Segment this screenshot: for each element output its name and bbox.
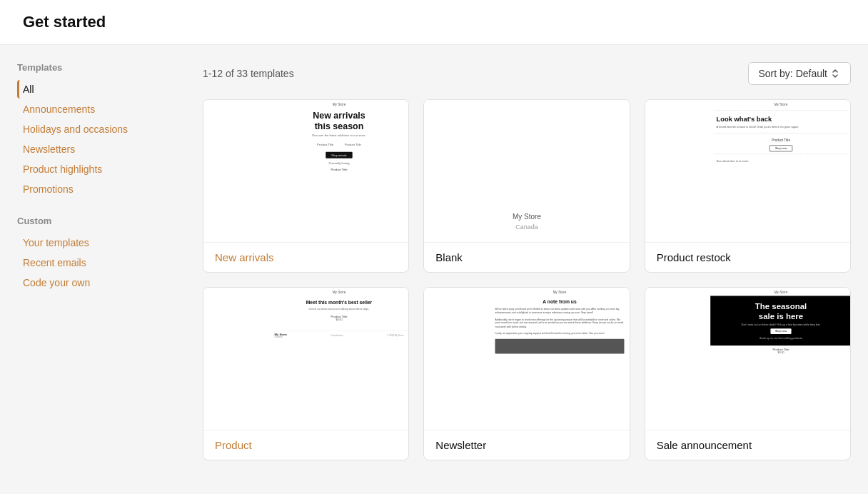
template-label-blank: Blank — [424, 243, 629, 272]
sidebar-templates-title: Templates — [17, 62, 168, 73]
sidebar-link-announcements[interactable]: Announcements — [17, 100, 168, 119]
template-preview-blank: My Store Canada — [424, 100, 629, 243]
sidebar-custom-nav: Your templates Recent emails Code your o… — [17, 233, 168, 292]
sort-button[interactable]: Sort by: Default — [748, 62, 852, 85]
template-card-product[interactable]: My Store Meet this month's best seller C… — [203, 287, 409, 460]
template-label-sale-announcement: Sale announcement — [645, 430, 850, 460]
sidebar-link-all[interactable]: All — [17, 80, 168, 99]
results-count: 1-12 of 33 templates — [203, 68, 294, 79]
sidebar-link-your-templates[interactable]: Your templates — [17, 233, 168, 252]
sidebar-custom-title: Custom — [17, 216, 168, 226]
template-preview-new-arrivals: My Store New arrivalsthis season Discove… — [203, 100, 408, 243]
page-title: Get started — [23, 13, 845, 31]
sidebar-link-product-highlights[interactable]: Product highlights — [17, 160, 168, 178]
content-header: 1-12 of 33 templates Sort by: Default — [203, 62, 851, 85]
template-label-newsletter: Newsletter — [424, 430, 629, 460]
sidebar-item-code-your-own[interactable]: Code your own — [17, 273, 168, 292]
template-card-newsletter[interactable]: My Store A note from us We've had a busy… — [423, 287, 630, 460]
template-card-new-arrivals[interactable]: My Store New arrivalsthis season Discove… — [203, 99, 409, 273]
sort-label: Sort by: Default — [759, 68, 828, 79]
template-label-product: Product — [203, 430, 408, 460]
sidebar-item-all[interactable]: All — [17, 80, 168, 99]
sidebar: Templates All Announcements Holidays and… — [0, 62, 186, 460]
template-label-product-restock: Product restock — [645, 243, 850, 272]
template-preview-product: My Store Meet this month's best seller C… — [203, 288, 408, 430]
template-preview-newsletter: My Store A note from us We've had a busy… — [424, 288, 629, 430]
template-card-product-restock[interactable]: My Store Look what's back A brand favori… — [645, 99, 851, 273]
sidebar-item-newsletters[interactable]: Newsletters — [17, 140, 168, 158]
sidebar-link-promotions[interactable]: Promotions — [17, 180, 168, 198]
sidebar-item-your-templates[interactable]: Your templates — [17, 233, 168, 252]
sidebar-link-recent-emails[interactable]: Recent emails — [17, 253, 168, 272]
sidebar-link-holidays[interactable]: Holidays and occasions — [17, 120, 168, 138]
sidebar-item-product-highlights[interactable]: Product highlights — [17, 160, 168, 178]
chevron-updown-icon — [830, 69, 840, 79]
template-label-new-arrivals: New arrivals — [203, 243, 408, 272]
template-preview-sale: My Store The seasonalsale is here Don't … — [645, 288, 850, 430]
template-card-sale-announcement[interactable]: My Store The seasonalsale is here Don't … — [645, 287, 851, 460]
main-content: 1-12 of 33 templates Sort by: Default My… — [186, 62, 868, 460]
sidebar-link-code-your-own[interactable]: Code your own — [17, 273, 168, 292]
sidebar-item-holidays[interactable]: Holidays and occasions — [17, 120, 168, 138]
template-preview-product-restock: My Store Look what's back A brand favori… — [645, 100, 850, 243]
sidebar-item-promotions[interactable]: Promotions — [17, 180, 168, 198]
sidebar-item-recent-emails[interactable]: Recent emails — [17, 253, 168, 272]
template-card-blank[interactable]: My Store Canada Blank — [423, 99, 630, 273]
sidebar-item-announcements[interactable]: Announcements — [17, 100, 168, 119]
sidebar-nav: All Announcements Holidays and occasions… — [17, 80, 168, 198]
templates-grid: My Store New arrivalsthis season Discove… — [203, 99, 851, 460]
sidebar-link-newsletters[interactable]: Newsletters — [17, 140, 168, 158]
